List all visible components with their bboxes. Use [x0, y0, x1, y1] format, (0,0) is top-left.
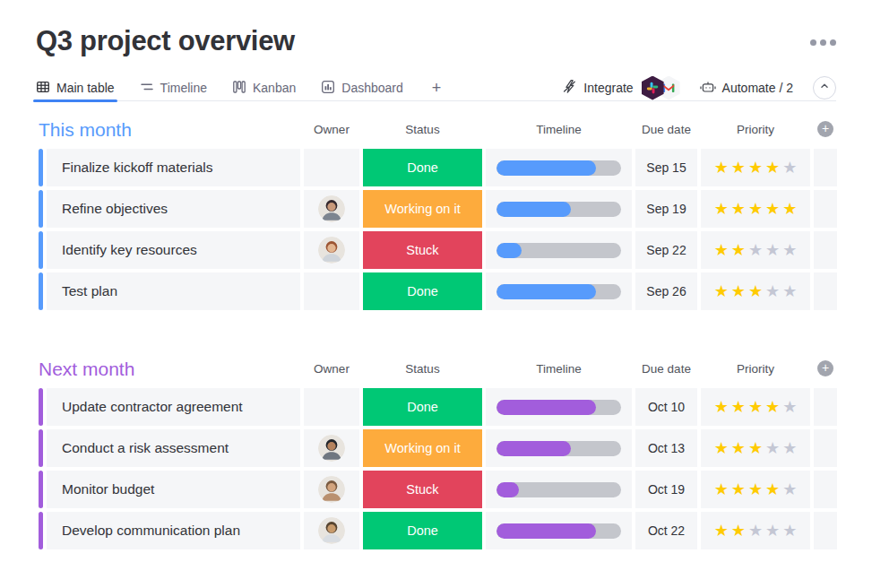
priority-cell[interactable]: ★★★★★ — [701, 471, 810, 508]
star-icon[interactable]: ★ — [748, 523, 763, 539]
status-cell[interactable]: Done — [363, 388, 482, 426]
star-icon[interactable]: ★ — [731, 160, 746, 176]
owner-cell[interactable] — [304, 272, 359, 310]
add-column-icon[interactable]: + — [817, 121, 833, 137]
automate-button[interactable]: Automate / 2 — [700, 80, 793, 97]
column-header-priority[interactable]: Priority — [701, 362, 810, 376]
star-icon[interactable]: ★ — [748, 160, 763, 176]
owner-cell[interactable] — [304, 471, 359, 508]
priority-cell[interactable]: ★★★★★ — [701, 231, 810, 269]
owner-cell[interactable] — [304, 190, 359, 228]
star-icon[interactable]: ★ — [782, 242, 797, 258]
tab-timeline[interactable]: Timeline — [140, 75, 207, 100]
timeline-cell[interactable] — [486, 388, 632, 426]
column-header-timeline[interactable]: Timeline — [486, 362, 632, 376]
star-icon[interactable]: ★ — [782, 440, 797, 456]
star-icon[interactable]: ★ — [714, 523, 729, 539]
star-icon[interactable]: ★ — [714, 283, 729, 299]
star-icon[interactable]: ★ — [731, 440, 746, 456]
priority-cell[interactable]: ★★★★★ — [701, 272, 810, 310]
status-cell[interactable]: Working on it — [363, 190, 482, 228]
column-header-timeline[interactable]: Timeline — [486, 123, 632, 136]
tab-main-table[interactable]: Main table — [36, 75, 115, 100]
star-icon[interactable]: ★ — [714, 481, 729, 497]
star-icon[interactable]: ★ — [731, 399, 746, 415]
column-header-due-date[interactable]: Due date — [635, 362, 697, 376]
star-icon[interactable]: ★ — [782, 201, 797, 217]
tab-add-view[interactable]: + — [428, 75, 445, 100]
status-cell[interactable]: Stuck — [363, 471, 482, 508]
star-icon[interactable]: ★ — [731, 242, 746, 258]
column-header-due-date[interactable]: Due date — [635, 123, 697, 136]
add-column-button[interactable]: + — [814, 360, 837, 376]
tab-kanban[interactable]: Kanban — [232, 75, 296, 100]
star-icon[interactable]: ★ — [731, 481, 746, 497]
star-icon[interactable]: ★ — [731, 201, 746, 217]
priority-cell[interactable]: ★★★★★ — [701, 388, 810, 426]
star-icon[interactable]: ★ — [748, 399, 763, 415]
owner-cell[interactable] — [304, 512, 359, 549]
star-icon[interactable]: ★ — [748, 283, 763, 299]
task-name-cell[interactable]: Test plan — [47, 272, 300, 310]
timeline-cell[interactable] — [486, 149, 632, 186]
star-icon[interactable]: ★ — [782, 399, 797, 415]
star-icon[interactable]: ★ — [782, 283, 797, 299]
owner-cell[interactable] — [304, 149, 359, 186]
timeline-cell[interactable] — [486, 512, 632, 549]
star-icon[interactable]: ★ — [731, 523, 746, 539]
star-icon[interactable]: ★ — [748, 481, 763, 497]
due-date-cell[interactable]: Oct 10 — [635, 388, 697, 426]
star-icon[interactable]: ★ — [748, 440, 763, 456]
star-icon[interactable]: ★ — [714, 201, 729, 217]
priority-cell[interactable]: ★★★★★ — [701, 512, 810, 549]
add-column-button[interactable]: + — [814, 121, 837, 137]
timeline-cell[interactable] — [486, 471, 632, 508]
star-icon[interactable]: ★ — [714, 242, 729, 258]
collapse-button[interactable] — [813, 76, 836, 99]
task-name-cell[interactable]: Identify key resources — [47, 231, 300, 269]
column-header-status[interactable]: Status — [363, 362, 482, 376]
star-icon[interactable]: ★ — [765, 160, 780, 176]
star-icon[interactable]: ★ — [765, 399, 780, 415]
star-icon[interactable]: ★ — [782, 523, 797, 539]
owner-cell[interactable] — [304, 388, 359, 426]
status-cell[interactable]: Done — [363, 272, 482, 310]
due-date-cell[interactable]: Oct 22 — [635, 512, 697, 549]
add-column-icon[interactable]: + — [817, 360, 833, 376]
due-date-cell[interactable]: Sep 19 — [635, 190, 697, 228]
group-title[interactable]: Next month — [39, 359, 300, 378]
task-name-cell[interactable]: Refine objectives — [47, 190, 300, 228]
menu-ellipsis-icon[interactable] — [810, 39, 836, 46]
star-icon[interactable]: ★ — [714, 440, 729, 456]
due-date-cell[interactable]: Oct 19 — [635, 471, 697, 508]
timeline-cell[interactable] — [486, 429, 632, 467]
star-icon[interactable]: ★ — [765, 523, 780, 539]
star-icon[interactable]: ★ — [714, 160, 729, 176]
task-name-cell[interactable]: Develop communication plan — [47, 512, 300, 549]
star-icon[interactable]: ★ — [765, 242, 780, 258]
star-icon[interactable]: ★ — [782, 160, 797, 176]
owner-avatar[interactable] — [318, 476, 345, 503]
owner-cell[interactable] — [304, 231, 359, 269]
status-cell[interactable]: Stuck — [363, 231, 482, 269]
status-cell[interactable]: Working on it — [363, 429, 482, 467]
star-icon[interactable]: ★ — [714, 399, 729, 415]
priority-cell[interactable]: ★★★★★ — [701, 149, 810, 186]
column-header-owner[interactable]: Owner — [304, 362, 359, 376]
tab-dashboard[interactable]: Dashboard — [321, 75, 403, 100]
status-cell[interactable]: Done — [363, 149, 482, 186]
task-name-cell[interactable]: Finalize kickoff materials — [47, 149, 300, 186]
task-name-cell[interactable]: Conduct a risk assessment — [47, 429, 300, 467]
due-date-cell[interactable]: Sep 15 — [635, 149, 697, 186]
star-icon[interactable]: ★ — [748, 201, 763, 217]
due-date-cell[interactable]: Sep 22 — [635, 231, 697, 269]
owner-avatar[interactable] — [318, 195, 345, 222]
timeline-cell[interactable] — [486, 272, 632, 310]
star-icon[interactable]: ★ — [731, 283, 746, 299]
star-icon[interactable]: ★ — [782, 481, 797, 497]
integrate-button[interactable]: Integrate — [562, 76, 679, 100]
task-name-cell[interactable]: Monitor budget — [47, 471, 300, 508]
star-icon[interactable]: ★ — [765, 481, 780, 497]
timeline-cell[interactable] — [486, 190, 632, 228]
owner-avatar[interactable] — [318, 237, 345, 264]
